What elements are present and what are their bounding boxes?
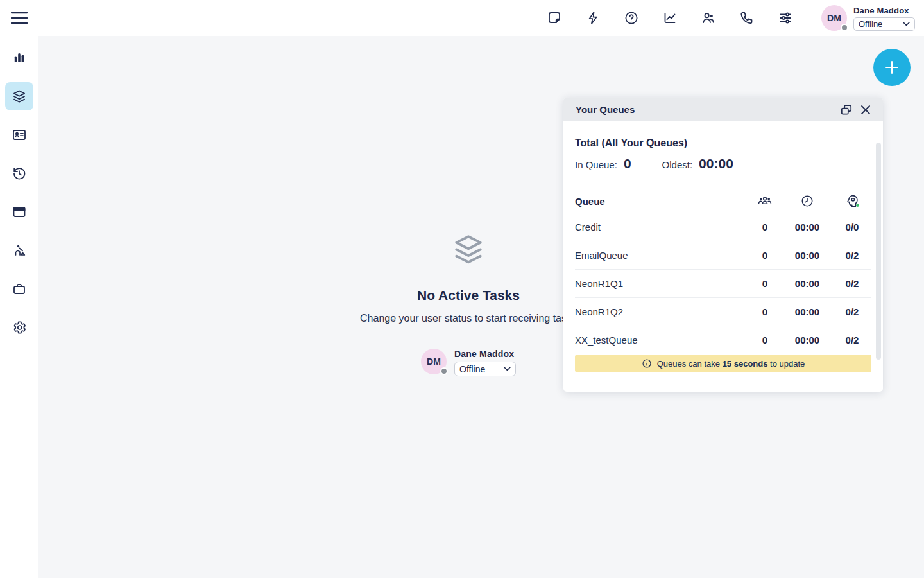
user-name: Dane Maddox [853,6,915,15]
note-icon [547,10,562,26]
chart-icon [662,10,678,26]
briefcase-icon [12,281,27,297]
empty-state-user-chip: DM Dane Maddox Offline [421,349,516,376]
queue-name: XX_testQueue [575,335,748,346]
queue-agents: 0/2 [833,278,871,289]
total-stats: In Queue: 0 Oldest: 00:00 [575,156,871,171]
status-value: Offline [859,19,882,29]
clock-icon [782,194,833,208]
queue-in-queue: 0 [748,335,782,346]
panel-title: Your Queues [576,104,635,115]
window-icon [12,204,27,220]
chevron-down-icon [903,22,910,26]
queue-name: EmailQueue [575,250,748,261]
contact-card-icon [12,127,27,143]
status-value: Offline [459,364,485,374]
sidebar-item-builder[interactable] [5,236,33,265]
presence-dot [841,24,848,31]
gear-icon [12,320,27,335]
close-panel-button[interactable] [856,100,875,119]
user-chip: DM Dane Maddox Offline [821,5,915,31]
in-queue-label: In Queue: [575,159,617,170]
your-queues-panel: Your Queues Total (All Your Queues) In Q… [563,98,883,392]
queue-name: NeonR1Q2 [575,306,748,317]
empty-state-subtitle: Change your user status to start receivi… [340,313,597,324]
layers-icon-large [340,231,597,267]
queue-column-header: Queue [575,196,748,207]
avatar-initials: DM [827,13,841,23]
history-icon [12,166,27,181]
queues-table-header: Queue [575,189,871,213]
empty-state-title: No Active Tasks [340,288,597,303]
queue-row[interactable]: XX_testQueue 0 00:00 0/2 [575,326,871,354]
panel-scrollbar[interactable] [876,143,881,360]
quick-actions-button[interactable] [574,0,612,36]
queue-row[interactable]: Credit 0 00:00 0/0 [575,213,871,241]
queue-row[interactable]: NeonR1Q1 0 00:00 0/2 [575,269,871,297]
panel-header[interactable]: Your Queues [563,98,883,121]
help-icon [624,10,639,26]
info-icon [642,358,652,369]
analytics-button[interactable] [651,0,689,36]
chevron-down-icon [504,367,511,371]
queue-agents: 0/2 [833,250,871,261]
contacts-icon [701,10,716,26]
notice-text: Queues can take 15 seconds to update [657,359,805,369]
oldest-value: 00:00 [699,156,733,171]
sliders-icon [778,10,793,26]
queue-agents: 0/0 [833,222,871,232]
queue-agents: 0/2 [833,306,871,317]
sidebar-item-tasks[interactable] [5,82,33,110]
close-icon [860,105,871,115]
notes-button[interactable] [535,0,574,36]
contacts-button[interactable] [689,0,728,36]
oldest-label: Oldest: [662,159,693,170]
update-notice: Queues can take 15 seconds to update [575,355,871,372]
hamburger-menu-button[interactable] [5,4,33,32]
sidebar-item-dashboard[interactable] [5,44,33,72]
queue-in-queue: 0 [748,222,782,232]
preferences-button[interactable] [766,0,805,36]
status-select[interactable]: Offline [853,17,915,31]
phone-button[interactable] [728,0,766,36]
queue-name: Credit [575,222,748,232]
construction-icon [12,243,27,258]
queue-row[interactable]: EmailQueue 0 00:00 0/2 [575,241,871,269]
layers-icon [12,89,27,104]
sidebar-item-contacts[interactable] [5,121,33,149]
in-queue-value: 0 [624,156,631,171]
agent-availability-icon [833,193,871,209]
hamburger-icon [11,12,28,24]
avatar[interactable]: DM [821,5,847,31]
empty-state: No Active Tasks Change your user status … [340,231,597,376]
lightning-icon [585,10,601,26]
queue-in-queue: 0 [748,278,782,289]
queue-oldest: 00:00 [782,335,833,346]
queue-name: NeonR1Q1 [575,278,748,289]
queue-in-queue: 0 [748,306,782,317]
total-heading: Total (All Your Queues) [575,137,871,149]
sidebar-item-toolbox[interactable] [5,275,33,303]
status-select[interactable]: Offline [454,362,516,376]
presence-dot [440,367,448,375]
queue-oldest: 00:00 [782,250,833,261]
queue-oldest: 00:00 [782,278,833,289]
add-task-button[interactable] [873,49,911,86]
phone-icon [739,10,755,26]
popout-button[interactable] [837,100,856,119]
queue-row[interactable]: NeonR1Q2 0 00:00 0/2 [575,297,871,326]
queue-agents: 0/2 [833,335,871,346]
popout-icon [840,103,853,116]
sidebar-item-workspace[interactable] [5,198,33,226]
queue-in-queue: 0 [748,250,782,261]
plus-icon [883,58,901,76]
help-button[interactable] [612,0,651,36]
sidebar-item-settings[interactable] [5,313,33,342]
sidebar-item-history[interactable] [5,159,33,188]
people-icon [748,194,782,208]
bar-chart-icon [12,50,27,66]
queues-table: Queue Credit 0 00:00 0/0 EmailQueue [575,189,871,354]
queue-oldest: 00:00 [782,222,833,232]
left-sidebar [0,36,38,578]
avatar: DM [421,349,447,374]
